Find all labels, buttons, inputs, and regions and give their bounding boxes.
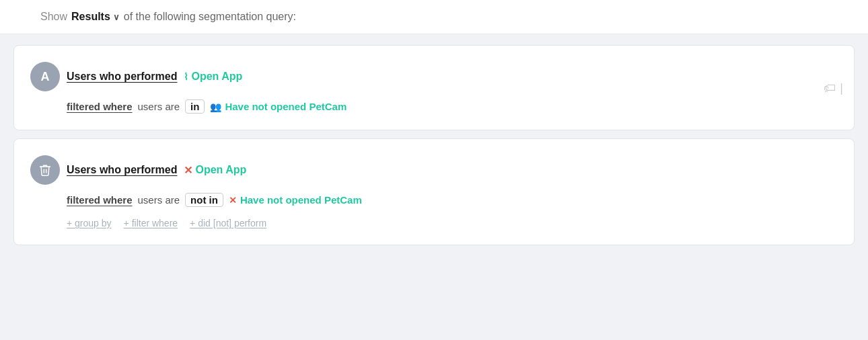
add-row-b: + group by + filter where + did [not] pe… (30, 218, 838, 228)
block-a-main-row: A Users who performed ⌇ Open App (30, 62, 838, 91)
cohort-link-b[interactable]: ✕ Have not opened PetCam (229, 194, 362, 206)
chevron-down-icon: ∨ (113, 12, 120, 22)
cohort-name-a: Have not opened PetCam (225, 101, 347, 112)
query-block-a: A Users who performed ⌇ Open App filtere… (13, 45, 855, 130)
query-block-b: Users who performed ✕ Open App filtered … (13, 138, 855, 245)
add-did-not-perform-link[interactable]: + did [not] perform (190, 218, 266, 228)
users-are-a: users are (138, 101, 180, 112)
users-who-performed-b[interactable]: Users who performed (67, 164, 177, 176)
cohort-link-a[interactable]: 👥 Have not opened PetCam (210, 101, 347, 112)
results-button[interactable]: Results ∨ (71, 11, 120, 23)
users-are-b: users are (138, 194, 180, 206)
tag-icon-area-a: 🏷 | (824, 81, 843, 95)
users-icon-a: 👥 (210, 101, 221, 112)
block-b-main-row: Users who performed ✕ Open App (30, 155, 838, 185)
pipe-label: | (840, 81, 843, 95)
content-area: A Users who performed ⌇ Open App filtere… (0, 34, 868, 256)
query-text: of the following segmentation query: (124, 11, 296, 23)
results-label: Results (71, 11, 110, 23)
add-group-by-link[interactable]: + group by (67, 218, 112, 228)
event-link-a[interactable]: ⌇ Open App (184, 71, 242, 83)
event-link-b[interactable]: ✕ Open App (184, 164, 246, 177)
trash-icon (38, 163, 52, 177)
add-filter-where-link[interactable]: + filter where (124, 218, 178, 228)
tag-icon: 🏷 (824, 81, 836, 95)
header-bar: Show Results ∨ of the following segmenta… (0, 0, 868, 34)
filtered-where-b[interactable]: filtered where (67, 194, 133, 206)
activity-icon-a: ⌇ (184, 71, 188, 82)
users-who-performed-a[interactable]: Users who performed (67, 71, 177, 83)
filtered-where-a[interactable]: filtered where (67, 101, 133, 112)
cohort-name-b: Have not opened PetCam (240, 194, 362, 206)
event-name-a: Open App (191, 71, 242, 83)
event-name-b: Open App (195, 164, 246, 176)
filter-row-a: filtered where users are in 👥 Have not o… (30, 99, 838, 114)
badge-trash[interactable] (30, 155, 60, 185)
show-label: Show (40, 11, 67, 23)
x-icon-cohort-b: ✕ (229, 195, 237, 206)
x-icon-b: ✕ (184, 164, 192, 177)
not-in-badge-b[interactable]: not in (185, 193, 223, 207)
in-badge-a[interactable]: in (185, 99, 205, 114)
page-container: Show Results ∨ of the following segmenta… (0, 0, 868, 256)
filter-row-b: filtered where users are not in ✕ Have n… (30, 193, 838, 207)
badge-a-label: A (41, 70, 50, 84)
badge-a: A (30, 62, 60, 91)
